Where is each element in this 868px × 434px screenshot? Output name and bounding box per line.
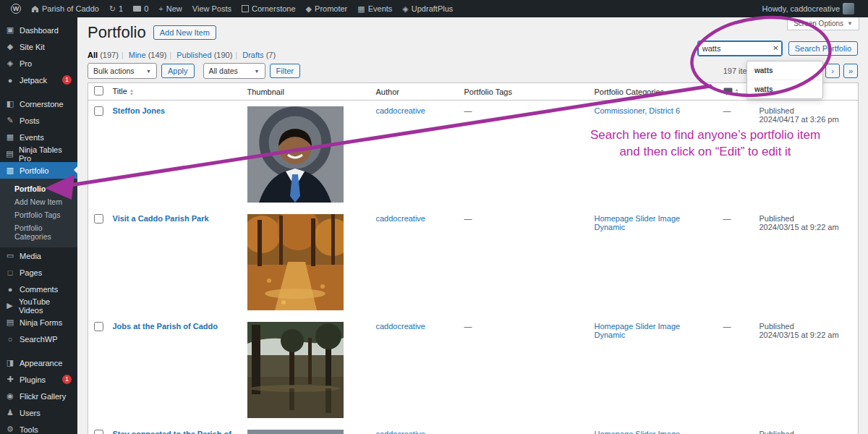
- sidebar-item-posts[interactable]: ✎Posts: [0, 112, 77, 129]
- view-mine[interactable]: Mine (149): [129, 51, 167, 59]
- author-link[interactable]: caddocreative: [376, 430, 426, 434]
- view-posts-label: View Posts: [192, 4, 231, 13]
- sidebar-item-comments[interactable]: ●Comments: [0, 281, 77, 297]
- sort-indicator-icon: ▲▼: [129, 89, 134, 96]
- events-menu[interactable]: ▦ Events: [352, 0, 397, 17]
- view-drafts[interactable]: Drafts (7): [242, 51, 276, 59]
- bulk-actions-select[interactable]: Bulk actions▼: [88, 63, 157, 79]
- updates-menu[interactable]: ↻ 1: [104, 0, 128, 17]
- site-name-menu[interactable]: Parish of Caddo: [26, 0, 104, 17]
- sidebar-item-users[interactable]: ♟Users: [0, 404, 77, 421]
- menu-separator: [0, 347, 77, 354]
- search-portfolio-button[interactable]: Search Portfolio: [788, 41, 858, 56]
- portfolio-item-title-link[interactable]: Stay connected to the Parish of: [113, 430, 231, 434]
- submenu-item-portfolio[interactable]: Portfolio: [0, 182, 77, 195]
- submenu-item-add-new-item[interactable]: Add New Item: [0, 195, 77, 208]
- view-posts-menu[interactable]: View Posts: [187, 0, 237, 17]
- tags-value: —: [464, 430, 472, 434]
- new-content-menu[interactable]: + New: [153, 0, 187, 17]
- sidebar-item-dashboard[interactable]: ▣Dashboard: [0, 22, 77, 38]
- filter-button[interactable]: Filter: [270, 64, 300, 78]
- wordpress-admin-page: W Parish of Caddo ↻ 1 0 + New View Posts…: [0, 0, 868, 434]
- thumbnail-stay-connected[interactable]: [247, 430, 344, 434]
- categories-link[interactable]: Homepage Slider Image Dynamic: [595, 214, 681, 231]
- sidebar-item-pro[interactable]: ◈Pro: [0, 55, 77, 72]
- portfolio-item-title-link[interactable]: Steffon Jones: [113, 106, 166, 115]
- column-header-title[interactable]: Title▲▼: [107, 83, 242, 101]
- dates-filter-select[interactable]: All dates▼: [203, 63, 265, 79]
- sidebar-item-label: SearchWP: [20, 335, 58, 344]
- promoter-menu[interactable]: ◆ Promoter: [301, 0, 353, 17]
- view-label: All: [88, 51, 98, 59]
- events-label: Events: [368, 4, 393, 13]
- next-page-button[interactable]: ›: [825, 64, 840, 78]
- thumbnail-jobs-bayou[interactable]: [247, 322, 344, 418]
- add-new-item-button[interactable]: Add New Item: [153, 25, 216, 40]
- sidebar-item-label: Plugins: [20, 375, 46, 384]
- select-row-checkbox[interactable]: [94, 106, 103, 116]
- sidebar-item-cornerstone[interactable]: ◧Cornerstone: [0, 95, 77, 112]
- events-icon: ▦: [6, 132, 14, 142]
- publish-status: Published: [760, 106, 794, 115]
- portfolio-item-title-link[interactable]: Jobs at the Parish of Caddo: [113, 322, 218, 331]
- select-row-checkbox[interactable]: [94, 322, 103, 331]
- comments-menu[interactable]: 0: [128, 0, 153, 17]
- column-header-portfolio-tags: Portfolio Tags: [459, 83, 589, 101]
- cornerstone-menu[interactable]: Cornerstone: [237, 0, 301, 17]
- search-icon: ○: [6, 335, 14, 344]
- screen-options-tab[interactable]: Screen Options ▼: [787, 17, 859, 30]
- categories-link[interactable]: Commissioner, District 6: [595, 106, 681, 115]
- categories-link[interactable]: Homepage Slider Image Dynamic: [595, 430, 681, 434]
- column-header-thumbnail: Thumbnail: [242, 83, 370, 101]
- sidebar-item-pages[interactable]: □Pages: [0, 264, 77, 281]
- select-row-checkbox[interactable]: [94, 214, 103, 224]
- search-suggestion-item[interactable]: watts: [747, 80, 822, 98]
- updraftplus-menu[interactable]: ◈ UpdraftPlus: [397, 0, 458, 17]
- select-row-checkbox[interactable]: [94, 430, 103, 434]
- submenu-item-portfolio-tags[interactable]: Portfolio Tags: [0, 208, 77, 221]
- sidebar-item-label: Users: [20, 409, 41, 417]
- author-link[interactable]: caddocreative: [376, 322, 426, 331]
- sidebar-item-ninja-tables-pro[interactable]: ▤Ninja Tables Pro: [0, 145, 77, 162]
- account-menu[interactable]: Howdy, caddocreative: [757, 0, 859, 17]
- table-row: Jobs at the Parish of Caddo: [88, 316, 859, 424]
- update-icon: ↻: [109, 5, 116, 13]
- clear-search-icon[interactable]: ✕: [773, 43, 778, 54]
- view-published[interactable]: Published (190): [176, 51, 232, 59]
- wordpress-logo-menu[interactable]: W: [6, 0, 26, 17]
- last-page-button[interactable]: »: [843, 64, 858, 78]
- thumbnail-steffon-jones[interactable]: [247, 106, 344, 203]
- sidebar-item-jetpack[interactable]: ●Jetpack1: [0, 72, 77, 88]
- thumbnail-caddo-parish-park[interactable]: [247, 214, 344, 310]
- sidebar-item-site-kit[interactable]: ◆Site Kit: [0, 38, 77, 55]
- apply-button[interactable]: Apply: [161, 64, 195, 78]
- search-input[interactable]: [697, 41, 783, 56]
- sidebar-item-searchwp[interactable]: ○SearchWP: [0, 331, 77, 347]
- appearance-icon: ◨: [6, 358, 14, 367]
- portfolio-item-title-link[interactable]: Visit a Caddo Parish Park: [113, 214, 209, 223]
- sidebar-item-appearance[interactable]: ◨Appearance: [0, 354, 77, 371]
- sidebar-item-label: Posts: [20, 116, 40, 125]
- author-link[interactable]: caddocreative: [376, 214, 426, 223]
- sidebar-item-label: Comments: [20, 285, 58, 294]
- sidebar-item-tools[interactable]: ⚙Tools: [0, 421, 77, 434]
- view-label: Mine: [129, 51, 146, 59]
- author-link[interactable]: caddocreative: [376, 106, 426, 115]
- sidebar-item-youtube-videos[interactable]: ▶YouTube Videos: [0, 297, 77, 314]
- cornerstone-icon: [242, 5, 249, 12]
- sidebar-item-ninja-forms[interactable]: ▤Ninja Forms: [0, 314, 77, 331]
- sidebar-item-portfolio[interactable]: ▥Portfolio: [0, 162, 77, 179]
- select-all-checkbox[interactable]: [94, 86, 103, 95]
- sidebar-item-plugins[interactable]: ✚Plugins1: [0, 371, 77, 388]
- sidebar-item-flickr-gallery[interactable]: ◉Flickr Gallery: [0, 388, 77, 404]
- submenu-item-portfolio-categories[interactable]: Portfolio Categories: [0, 221, 77, 243]
- new-label: New: [166, 4, 182, 13]
- sidebar-item-events[interactable]: ▦Events: [0, 129, 77, 145]
- sidebar-item-label: Site Kit: [20, 43, 45, 51]
- view-count: (190): [214, 51, 233, 59]
- sidebar-item-media[interactable]: ▭Media: [0, 247, 77, 264]
- categories-link[interactable]: Homepage Slider Image Dynamic: [595, 322, 681, 339]
- view-all[interactable]: All (197): [88, 51, 119, 59]
- search-suggestion-item[interactable]: watts: [747, 61, 822, 80]
- comments-icon: ●: [6, 285, 14, 294]
